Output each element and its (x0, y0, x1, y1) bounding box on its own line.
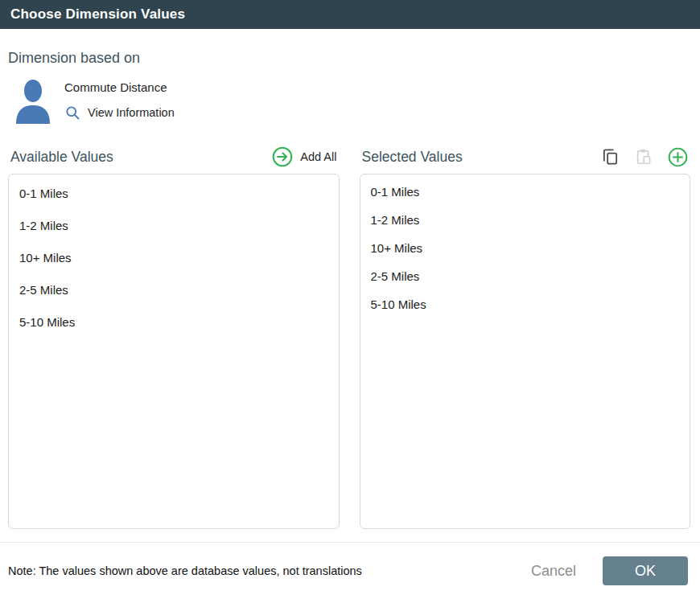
dimension-name: Commute Distance (64, 80, 175, 94)
dimension-based-on-label: Dimension based on (8, 50, 700, 67)
selected-values-header: Selected Values (360, 143, 691, 170)
dimension-row: Commute Distance View Information (8, 79, 700, 124)
list-item[interactable]: 5-10 Miles (9, 306, 339, 338)
dialog-titlebar: Choose Dimension Values (0, 0, 700, 29)
ok-button[interactable]: OK (603, 556, 688, 585)
available-values-heading: Available Values (10, 149, 113, 166)
selected-values-list[interactable]: 0-1 Miles1-2 Miles10+ Miles2-5 Miles5-10… (360, 174, 691, 529)
paste-icon (635, 147, 653, 166)
available-values-header: Available Values Add All (8, 143, 340, 170)
add-all-label: Add All (300, 150, 336, 163)
cancel-button[interactable]: Cancel (531, 563, 576, 580)
arrow-right-circle-icon (272, 146, 293, 167)
list-item[interactable]: 10+ Miles (9, 242, 339, 274)
dialog-title: Choose Dimension Values (10, 6, 185, 23)
dialog-footer: Note: The values shown above are databas… (0, 542, 700, 599)
selected-values-column: Selected Values (360, 143, 691, 529)
footer-actions: Cancel OK (531, 556, 688, 585)
list-item[interactable]: 1-2 Miles (360, 206, 690, 234)
view-information-label: View Information (88, 106, 175, 119)
add-all-button[interactable]: Add All (272, 146, 336, 167)
list-item[interactable]: 1-2 Miles (9, 210, 339, 242)
copy-button[interactable] (601, 147, 620, 166)
footer-note: Note: The values shown above are databas… (8, 564, 362, 577)
add-value-button[interactable] (668, 147, 688, 167)
available-values-column: Available Values Add All 0-1 Miles1-2 Mi… (8, 143, 340, 529)
list-item[interactable]: 5-10 Miles (360, 290, 690, 318)
selected-values-heading: Selected Values (362, 149, 463, 166)
choose-dimension-values-dialog: Choose Dimension Values Dimension based … (0, 0, 700, 599)
list-item[interactable]: 0-1 Miles (360, 178, 690, 206)
dimension-info: Commute Distance View Information (64, 79, 175, 124)
person-icon (14, 79, 51, 124)
available-values-list[interactable]: 0-1 Miles1-2 Miles10+ Miles2-5 Miles5-10… (8, 174, 340, 529)
list-item[interactable]: 2-5 Miles (9, 274, 339, 306)
dimension-section: Dimension based on Commute Distance (0, 29, 700, 124)
selected-values-toolbar (601, 147, 688, 167)
search-icon (64, 105, 80, 121)
list-item[interactable]: 10+ Miles (360, 234, 690, 262)
copy-icon (601, 147, 620, 166)
list-item[interactable]: 0-1 Miles (9, 178, 339, 210)
add-circle-icon (668, 147, 688, 167)
paste-button[interactable] (635, 147, 653, 166)
list-item[interactable]: 2-5 Miles (360, 262, 690, 290)
view-information-link[interactable]: View Information (64, 105, 175, 121)
values-columns: Available Values Add All 0-1 Miles1-2 Mi… (8, 143, 690, 529)
